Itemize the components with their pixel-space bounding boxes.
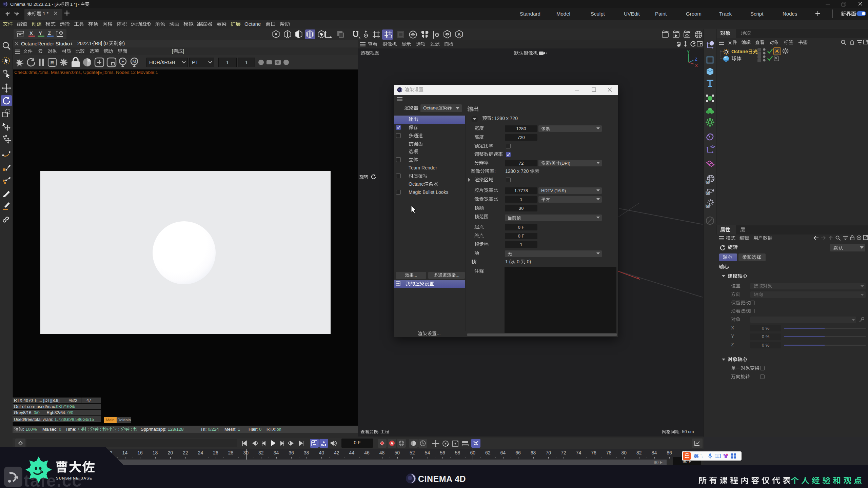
svg-text:R: R: [51, 60, 54, 65]
svg-text:A: A: [391, 441, 393, 445]
svg-text:A: A: [457, 32, 461, 37]
svg-text:ST: ST: [706, 192, 710, 194]
svg-text:A: A: [323, 441, 325, 444]
svg-text:ST: ST: [706, 205, 710, 207]
svg-text:Z: Z: [695, 57, 697, 62]
svg-text:F: F: [121, 59, 124, 64]
svg-text:M: M: [133, 59, 136, 64]
svg-text:X: X: [695, 63, 698, 68]
svg-text:ST: ST: [706, 181, 710, 183]
svg-text:Y: Y: [687, 50, 690, 55]
